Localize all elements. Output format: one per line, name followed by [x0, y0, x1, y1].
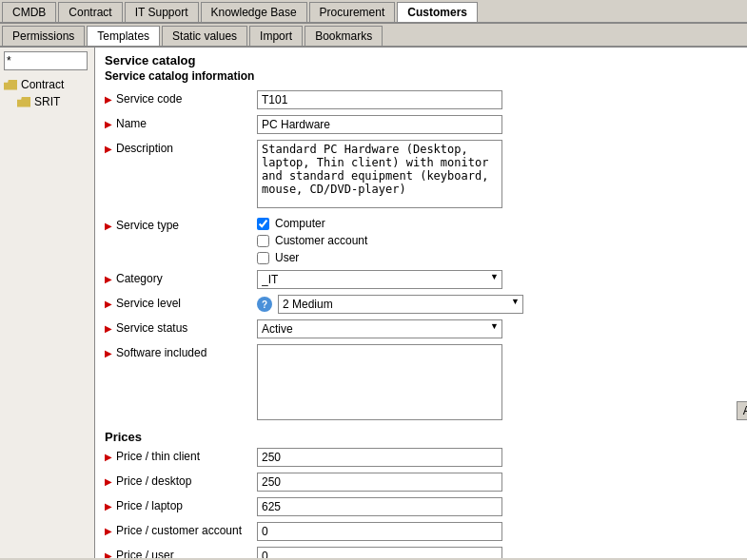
service-level-row: ▶ Service level ? 2 Medium	[105, 295, 737, 314]
folder-icon	[4, 80, 17, 90]
tab-it-support[interactable]: IT Support	[125, 2, 199, 22]
description-row: ▶ Description	[105, 140, 737, 211]
price-user-value	[257, 547, 737, 558]
tab-permissions[interactable]: Permissions	[2, 26, 85, 46]
price-thin-client-row: ▶ Price / thin client	[105, 448, 737, 467]
price-thin-client-input[interactable]	[257, 448, 502, 467]
service-level-label: ▶ Service level	[105, 295, 257, 310]
service-status-row: ▶ Service status Active Inactive	[105, 319, 737, 338]
service-level-select[interactable]: 2 Medium	[278, 295, 523, 314]
software-area	[257, 344, 502, 420]
category-select-wrapper: _IT	[257, 270, 502, 289]
main-area: Contract SRIT Service catalog Service ca…	[0, 48, 747, 558]
price-customer-account-row: ▶ Price / customer account	[105, 522, 737, 541]
help-icon[interactable]: ?	[257, 297, 272, 312]
tab-bookmarks[interactable]: Bookmarks	[305, 26, 383, 46]
price-customer-account-value	[257, 522, 737, 541]
add-button[interactable]: Add	[737, 401, 747, 420]
price-laptop-value	[257, 497, 737, 516]
second-tabs-bar: Permissions Templates Static values Impo…	[0, 24, 747, 48]
price-desktop-label: ▶ Price / desktop	[105, 473, 257, 488]
checkbox-computer-row: Computer	[257, 217, 737, 230]
description-label: ▶ Description	[105, 140, 257, 155]
tree-item-srit[interactable]: SRIT	[4, 93, 90, 110]
prices-title: Prices	[105, 430, 737, 444]
price-user-input[interactable]	[257, 547, 502, 558]
left-panel: Contract SRIT	[0, 48, 95, 558]
tab-customers[interactable]: Customers	[397, 2, 478, 22]
tab-templates[interactable]: Templates	[87, 26, 160, 46]
service-code-label: ▶ Service code	[105, 90, 257, 106]
checkbox-customer-row: Customer account	[257, 234, 737, 247]
arrow-price-customer: ▶	[105, 526, 112, 536]
checkbox-user[interactable]	[257, 252, 269, 264]
checkbox-customer[interactable]	[257, 235, 269, 247]
price-laptop-input[interactable]	[257, 497, 502, 516]
prices-section: Prices ▶ Price / thin client ▶ Price / d…	[105, 430, 737, 558]
search-input[interactable]	[4, 51, 88, 70]
tree-contract-label: Contract	[21, 78, 64, 91]
checkbox-computer-label: Computer	[275, 217, 325, 230]
arrow-service-type: ▶	[105, 221, 112, 231]
tab-procurement[interactable]: Procurement	[309, 2, 396, 22]
description-value	[257, 140, 737, 211]
arrow-price-user: ▶	[105, 550, 112, 559]
arrow-service-status: ▶	[105, 323, 112, 334]
service-code-value	[257, 90, 737, 109]
service-status-select[interactable]: Active Inactive	[257, 319, 502, 338]
service-code-input[interactable]	[257, 90, 502, 109]
software-included-row: ▶ Software included Add	[105, 344, 737, 420]
top-tabs-bar: CMDB Contract IT Support Knowledge Base …	[0, 0, 747, 24]
tab-static-values[interactable]: Static values	[162, 26, 247, 46]
service-status-select-wrapper: Active Inactive	[257, 319, 502, 338]
arrow-description: ▶	[105, 144, 112, 154]
name-value	[257, 115, 737, 134]
checkbox-computer[interactable]	[257, 218, 269, 230]
service-level-value: ? 2 Medium	[257, 295, 737, 314]
price-desktop-row: ▶ Price / desktop	[105, 473, 737, 492]
arrow-service-code: ▶	[105, 94, 112, 105]
arrow-name: ▶	[105, 119, 112, 129]
name-input[interactable]	[257, 115, 502, 134]
content-panel: Service catalog Service catalog informat…	[95, 48, 747, 558]
name-label: ▶ Name	[105, 115, 257, 130]
arrow-software: ▶	[105, 348, 112, 358]
category-row: ▶ Category _IT	[105, 270, 737, 289]
category-select[interactable]: _IT	[257, 270, 502, 289]
price-user-row: ▶ Price / user	[105, 547, 737, 558]
arrow-price-thin: ▶	[105, 452, 112, 462]
software-included-label: ▶ Software included	[105, 344, 257, 359]
category-label: ▶ Category	[105, 270, 257, 285]
service-status-label: ▶ Service status	[105, 319, 257, 335]
price-desktop-input[interactable]	[257, 473, 502, 492]
checkbox-user-label: User	[275, 251, 299, 264]
tab-knowledge-base[interactable]: Knowledge Base	[201, 2, 307, 22]
arrow-price-desktop: ▶	[105, 476, 112, 487]
service-level-select-wrapper: 2 Medium	[278, 295, 523, 314]
service-type-checkboxes: Computer Customer account User	[257, 217, 737, 264]
name-row: ▶ Name	[105, 115, 737, 134]
description-textarea[interactable]	[257, 140, 502, 208]
arrow-service-level: ▶	[105, 299, 112, 309]
price-desktop-value	[257, 473, 737, 492]
price-customer-account-input[interactable]	[257, 522, 502, 541]
tab-contract[interactable]: Contract	[58, 2, 122, 22]
folder-icon-srit	[17, 97, 30, 107]
service-status-value: Active Inactive	[257, 319, 737, 338]
price-thin-client-value	[257, 448, 737, 467]
tree-item-contract[interactable]: Contract	[4, 76, 90, 93]
price-user-label: ▶ Price / user	[105, 547, 257, 558]
service-type-row: ▶ Service type Computer Customer account…	[105, 217, 737, 264]
software-included-value: Add	[257, 344, 737, 420]
checkbox-user-row: User	[257, 251, 737, 264]
tab-import[interactable]: Import	[249, 26, 303, 46]
checkbox-customer-label: Customer account	[275, 234, 367, 247]
tree-srit-label: SRIT	[34, 95, 60, 108]
catalog-subtitle: Service catalog information	[105, 69, 737, 83]
price-thin-client-label: ▶ Price / thin client	[105, 448, 257, 463]
price-customer-account-label: ▶ Price / customer account	[105, 522, 257, 537]
catalog-title: Service catalog	[105, 53, 737, 68]
tab-cmdb[interactable]: CMDB	[2, 2, 56, 22]
service-code-row: ▶ Service code	[105, 90, 737, 109]
arrow-price-laptop: ▶	[105, 501, 112, 512]
